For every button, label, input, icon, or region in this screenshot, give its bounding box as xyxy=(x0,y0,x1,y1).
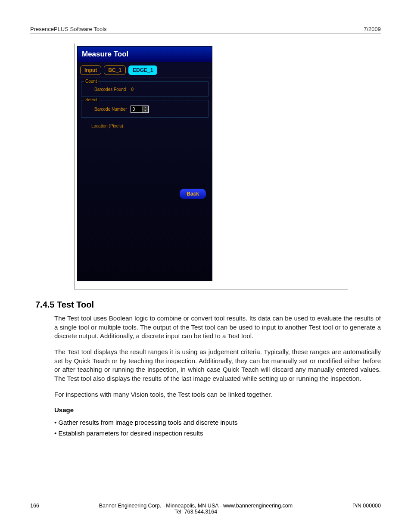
section-heading: 7.4.5 Test Tool xyxy=(35,300,381,310)
location-label: Location (Pixels): xyxy=(78,119,212,128)
measure-tool-panel: Measure Tool Input BC_1 EDGE_1 Count Bar… xyxy=(77,46,212,281)
tab-bc1[interactable]: BC_1 xyxy=(104,65,126,75)
select-legend: Select xyxy=(84,97,99,102)
tab-row: Input BC_1 EDGE_1 xyxy=(78,62,212,78)
header-right: 7/2009 xyxy=(364,26,381,32)
paragraph-1: The Test tool uses Boolean logic to comb… xyxy=(54,314,381,341)
back-button[interactable]: Back xyxy=(180,189,206,199)
tab-input[interactable]: Input xyxy=(80,65,101,75)
count-group: Count Barcodes Found 0 xyxy=(81,81,209,96)
page-footer: 166 Banner Engineering Corp. - Minneapol… xyxy=(30,499,381,515)
barcodes-found-label: Barcodes Found xyxy=(94,87,126,92)
usage-heading: Usage xyxy=(54,406,381,414)
barcodes-found-value: 0 xyxy=(131,87,134,92)
tab-edge1[interactable]: EDGE_1 xyxy=(128,65,157,75)
paragraph-3: For inspections with many Vision tools, … xyxy=(54,390,381,399)
page-number: 166 xyxy=(30,503,39,509)
spinner-down-icon[interactable]: ▼ xyxy=(143,109,148,112)
page-header: PresencePLUS Software Tools 7/2009 xyxy=(30,26,381,34)
barcode-number-input[interactable] xyxy=(131,106,142,112)
header-left: PresencePLUS Software Tools xyxy=(30,26,107,32)
barcode-number-stepper[interactable]: ▲ ▼ xyxy=(131,106,149,113)
panel-title: Measure Tool xyxy=(78,47,212,62)
paragraph-2: The Test tool displays the result ranges… xyxy=(54,348,381,383)
bullet-1: Gather results from image processing too… xyxy=(54,417,381,428)
count-legend: Count xyxy=(84,79,98,84)
figure-frame: Measure Tool Input BC_1 EDGE_1 Count Bar… xyxy=(74,44,348,289)
barcode-number-label: Barcode Number xyxy=(94,107,127,112)
select-group: Select Barcode Number ▲ ▼ xyxy=(81,100,209,118)
bullet-2: Establish parameters for desired inspect… xyxy=(54,428,381,439)
usage-bullets: Gather results from image processing too… xyxy=(54,417,381,439)
spinner-up-icon[interactable]: ▲ xyxy=(143,106,148,109)
footer-line1: Banner Engineering Corp. - Minneapolis, … xyxy=(39,503,352,509)
part-number: P/N 000000 xyxy=(352,503,381,509)
footer-line2: Tel: 763.544.3164 xyxy=(39,509,352,515)
